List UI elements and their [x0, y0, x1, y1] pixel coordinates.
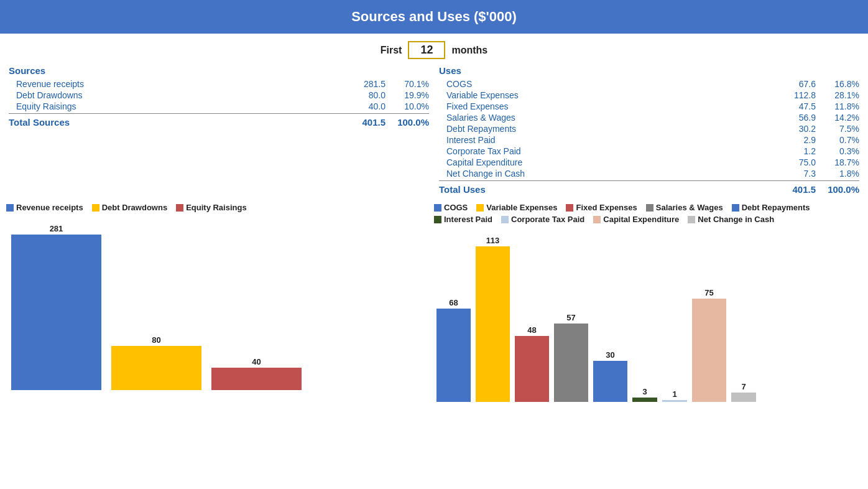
- months-input[interactable]: [408, 41, 445, 59]
- legend-label: Interest Paid: [444, 215, 492, 224]
- sources-row-value: 80.0: [336, 90, 386, 100]
- uses-row-value: 75.0: [766, 157, 816, 167]
- legend-label: COGS: [444, 203, 468, 212]
- bar-label-top: 80: [152, 335, 160, 345]
- sources-row-pct: 19.9%: [386, 90, 429, 100]
- uses-row-pct: 1.8%: [816, 169, 859, 179]
- bar-group: 30: [593, 350, 627, 402]
- bar: [731, 393, 756, 402]
- bar-group: 75: [692, 288, 726, 402]
- page-title: Sources and Uses ($'000): [0, 0, 868, 34]
- uses-data-row: Salaries & Wages 56.9 14.2%: [439, 112, 859, 123]
- bar: [515, 336, 549, 402]
- sources-data-row: Debt Drawdowns 80.0 19.9%: [9, 90, 429, 101]
- bar-label-top: 3: [642, 387, 647, 396]
- uses-row-value: 7.3: [766, 169, 816, 179]
- uses-data-row: COGS 67.6 16.8%: [439, 78, 859, 90]
- bar-label-top: 68: [449, 298, 458, 307]
- right-chart-legend: COGS Variable Expenses Fixed Expenses Sa…: [434, 203, 862, 228]
- sources-row-value: 40.0: [336, 101, 386, 111]
- legend-swatch: [593, 216, 601, 223]
- legend-swatch: [646, 204, 653, 212]
- legend-swatch: [434, 216, 441, 223]
- legend-label: Equity Raisings: [186, 203, 247, 212]
- bar-label-top: 30: [606, 350, 614, 360]
- uses-row-label: Salaries & Wages: [439, 113, 766, 123]
- sources-row-value: 281.5: [336, 79, 386, 89]
- months-label-pre: First: [381, 45, 402, 56]
- uses-row-pct: 14.2%: [816, 113, 859, 123]
- bar-group: 57: [554, 313, 588, 402]
- sources-header: Sources: [9, 64, 429, 78]
- bar-group: 40: [211, 357, 302, 390]
- uses-row-value: 67.6: [766, 79, 816, 89]
- bar: [692, 299, 726, 402]
- legend-label: Debt Repayments: [742, 203, 810, 212]
- uses-header: Uses: [439, 64, 859, 78]
- months-label-post: months: [451, 45, 487, 56]
- legend-swatch: [566, 204, 573, 212]
- legend-item: Corporate Tax Paid: [501, 215, 584, 224]
- bar-group: 281: [11, 224, 101, 390]
- uses-total-value: 401.5: [766, 184, 816, 195]
- bar: [632, 398, 657, 402]
- bar-group: 68: [436, 298, 471, 402]
- legend-item: Debt Drawdowns: [92, 203, 167, 212]
- bar-group: 7: [731, 382, 756, 402]
- legend-item: Salaries & Wages: [646, 203, 723, 212]
- legend-item: Interest Paid: [434, 215, 492, 224]
- bar-label-top: 75: [704, 288, 713, 297]
- tables-section: Sources Revenue receipts 281.5 70.1% Deb…: [0, 64, 868, 197]
- uses-row-label: Net Change in Cash: [439, 169, 766, 179]
- legend-swatch: [6, 204, 14, 212]
- sources-row-pct: 70.1%: [386, 79, 429, 89]
- legend-swatch: [476, 204, 484, 212]
- uses-row-label: COGS: [439, 79, 766, 89]
- months-row: First months: [0, 34, 868, 64]
- legend-label: Variable Expenses: [486, 203, 557, 212]
- sources-total-value: 401.5: [336, 117, 386, 128]
- uses-row-label: Capital Expenditure: [439, 157, 766, 167]
- uses-row-pct: 16.8%: [816, 79, 859, 89]
- legend-label: Corporate Tax Paid: [511, 215, 584, 224]
- uses-data-row: Variable Expenses 112.8 28.1%: [439, 90, 859, 101]
- uses-row-label: Interest Paid: [439, 135, 766, 145]
- sources-row-pct: 10.0%: [386, 101, 429, 111]
- legend-swatch: [92, 204, 99, 212]
- uses-data-row: Interest Paid 2.9 0.7%: [439, 134, 859, 146]
- legend-label: Net Change in Cash: [698, 215, 774, 224]
- uses-row-pct: 11.8%: [816, 101, 859, 111]
- legend-item: Fixed Expenses: [566, 203, 637, 212]
- uses-row-pct: 0.3%: [816, 146, 859, 156]
- uses-total-label: Total Uses: [439, 184, 766, 195]
- legend-swatch: [732, 204, 739, 212]
- uses-data-row: Capital Expenditure 75.0 18.7%: [439, 157, 859, 168]
- bar: [11, 235, 101, 390]
- left-chart-legend: Revenue receipts Debt Drawdowns Equity R…: [6, 203, 434, 216]
- sources-data-row: Revenue receipts 281.5 70.1%: [9, 78, 429, 90]
- bar-group: 113: [476, 236, 510, 402]
- bar: [476, 246, 510, 402]
- uses-total-row: Total Uses 401.5 100.0%: [439, 182, 859, 197]
- uses-row-label: Fixed Expenses: [439, 101, 766, 111]
- bar-label-top: 57: [566, 313, 575, 322]
- legend-swatch: [501, 216, 509, 223]
- bar-group: 1: [662, 389, 687, 402]
- bar-label-top: 113: [486, 236, 500, 245]
- uses-data-row: Fixed Expenses 47.5 11.8%: [439, 101, 859, 112]
- uses-data-row: Debt Repayments 30.2 7.5%: [439, 123, 859, 134]
- sources-row-label: Revenue receipts: [9, 79, 336, 89]
- uses-row-value: 1.2: [766, 146, 816, 156]
- bar: [211, 368, 302, 390]
- legend-item: Revenue receipts: [6, 203, 83, 212]
- sources-total-pct: 100.0%: [386, 117, 429, 128]
- right-chart: COGS Variable Expenses Fixed Expenses Sa…: [434, 203, 862, 402]
- uses-row-pct: 7.5%: [816, 124, 859, 134]
- bar: [436, 309, 471, 402]
- legend-item: COGS: [434, 203, 468, 212]
- sources-divider: [9, 113, 429, 114]
- uses-row-label: Variable Expenses: [439, 90, 766, 100]
- legend-swatch: [434, 204, 441, 212]
- bar: [111, 346, 201, 390]
- uses-row-label: Debt Repayments: [439, 124, 766, 134]
